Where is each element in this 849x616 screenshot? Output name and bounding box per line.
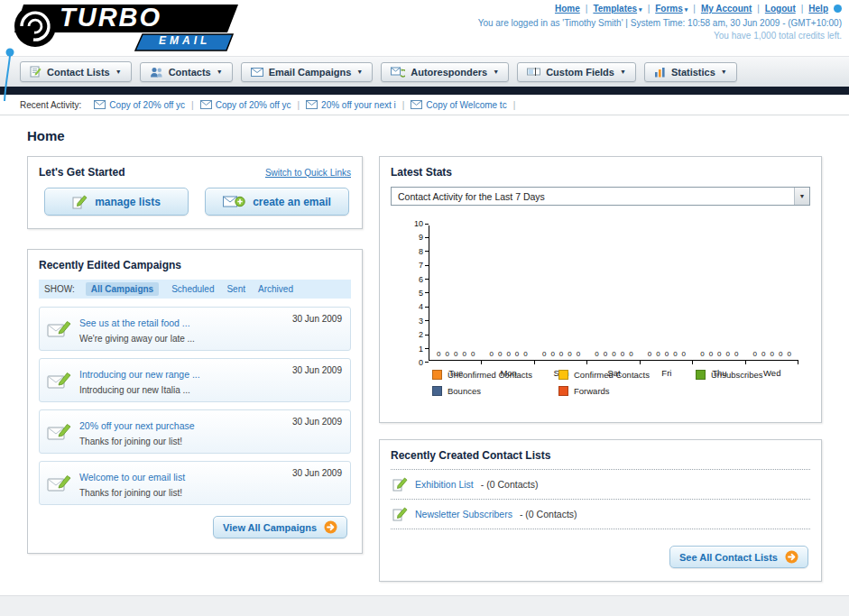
recent-activity-link[interactable]: Copy of 20% off yc (216, 100, 291, 110)
envelope-icon (94, 100, 106, 109)
switch-quick-links-link[interactable]: Switch to Quick Links (265, 168, 351, 178)
y-axis-label: 2 (391, 330, 429, 339)
campaign-row[interactable]: See us at the retail food ...We're givin… (39, 307, 351, 351)
filter-scheduled[interactable]: Scheduled (171, 284, 214, 294)
pencil-icon (392, 507, 408, 521)
contact-list-link[interactable]: Newsletter Subscribers (415, 509, 512, 519)
main-content: Home Let's Get Started Switch to Quick L… (0, 115, 849, 582)
legend-item: Unsubscribes (696, 370, 822, 380)
tab-label: Email Campaigns (269, 67, 352, 78)
nav-link-templates[interactable]: Templates▾ (593, 4, 641, 14)
tab-custom-fields[interactable]: Custom Fields▼ (517, 62, 636, 82)
y-axis-value: 8 (419, 247, 423, 256)
nav-separator: | (648, 4, 651, 14)
contact-list-row[interactable]: Newsletter Subscribers - (0 Contacts) (391, 500, 810, 529)
nav-link-home[interactable]: Home (555, 4, 580, 14)
chart-value-label: 0 (648, 350, 651, 358)
chart-value-label: 0 (506, 350, 510, 358)
y-axis-value: 6 (419, 275, 423, 284)
chart-value-label: 0 (462, 350, 466, 358)
campaign-title-link[interactable]: 20% off your next purchase (79, 420, 195, 431)
activity-separator: | (402, 100, 405, 110)
chart-value-label: 0 (779, 350, 782, 358)
nav-link-forms[interactable]: Forms▾ (655, 4, 688, 14)
create-email-label: create an email (253, 196, 331, 208)
campaign-date: 30 Jun 2009 (292, 365, 342, 375)
y-axis-label: 7 (391, 261, 429, 270)
credits-info: You have 1,000 total credits left. (478, 31, 842, 41)
y-axis-value: 10 (414, 219, 423, 228)
campaign-row[interactable]: Welcome to our email listThanks for join… (39, 461, 351, 505)
campaign-filters: All CampaignsScheduledSentArchived (86, 282, 293, 296)
legend-swatch (558, 370, 568, 380)
campaign-row[interactable]: Introducing our new range ...Introducing… (39, 358, 351, 402)
tab-contacts[interactable]: Contacts▼ (140, 62, 233, 82)
recent-activity-item[interactable]: Copy of Welcome tc (411, 100, 506, 110)
chart-y-axis: 109876543210 (391, 219, 429, 367)
chart-value-label: 0 (612, 350, 615, 358)
filter-all-campaigns[interactable]: All Campaigns (86, 282, 159, 296)
campaign-title-link[interactable]: See us at the retail food ... (79, 317, 190, 328)
campaign-row[interactable]: 20% off your next purchaseThanks for joi… (39, 409, 351, 454)
caret-down-icon: ▼ (493, 69, 499, 75)
y-axis-label: 3 (391, 317, 429, 326)
create-email-button[interactable]: create an email (205, 188, 349, 216)
campaign-subtitle: We're giving away our late ... (79, 334, 195, 344)
chart-value-label: 0 (523, 350, 527, 358)
chart-value-labels: 00000 (693, 350, 745, 358)
y-axis-value: 3 (419, 317, 423, 326)
tab-statistics[interactable]: Statistics▼ (644, 62, 737, 82)
nav-link-my-account[interactable]: My Account (701, 4, 752, 14)
recent-activity-link[interactable]: 20% off your next i (321, 100, 396, 110)
filter-sent[interactable]: Sent (226, 284, 245, 294)
tab-label: Custom Fields (546, 67, 614, 78)
stats-title: Latest Stats (391, 166, 810, 179)
tab-autoresponders[interactable]: Autoresponders▼ (381, 62, 509, 82)
campaign-title-link[interactable]: Welcome to our email list (79, 472, 185, 483)
campaign-title-link[interactable]: Introducing our new range ... (79, 369, 200, 380)
recent-activity-item[interactable]: 20% off your next i (306, 100, 396, 110)
top-nav-links: Home|Templates▾|Forms▾|My Account|Logout… (478, 4, 842, 14)
nav-link-logout[interactable]: Logout (765, 4, 796, 14)
contact-list-rows: Exhibition List - (0 Contacts)Newsletter… (391, 469, 810, 529)
y-axis-value: 7 (419, 261, 423, 270)
recent-contact-lists-panel: Recently Created Contact Lists Exhibitio… (379, 439, 822, 582)
stats-dropdown-value: Contact Activity for the Last 7 Days (398, 191, 545, 202)
chart-value-label: 0 (717, 350, 721, 358)
statistics-icon (654, 67, 666, 78)
chart-value-label: 0 (471, 350, 475, 358)
nav-link-help[interactable]: Help (808, 4, 828, 14)
legend-label: Unsubscribes (711, 370, 763, 380)
campaign-date: 30 Jun 2009 (292, 417, 342, 427)
tab-label: Contacts (169, 67, 211, 78)
contact-lists-icon (30, 66, 42, 78)
chart-value-labels: 00000 (535, 350, 587, 358)
see-all-contact-lists-button[interactable]: See All Contact Lists (669, 546, 808, 568)
envelope-pencil-icon (47, 314, 71, 344)
tab-label: Autoresponders (411, 67, 487, 78)
recent-activity-item[interactable]: Copy of 20% off yc (200, 100, 291, 110)
chart-day-group: 00000Sat (587, 225, 640, 360)
stats-activity-dropdown[interactable]: Contact Activity for the Last 7 Days ▼ (391, 187, 810, 206)
contact-list-count: - (0 Contacts) (481, 479, 539, 490)
campaign-subtitle: Introducing our new Italia ... (79, 385, 200, 395)
recent-activity-link[interactable]: Copy of Welcome tc (426, 100, 506, 110)
y-axis-label: 5 (391, 289, 429, 298)
recent-activity-item[interactable]: Copy of 20% off yc (94, 100, 185, 110)
app-logo[interactable]: TURBO EMAIL (7, 3, 244, 55)
recent-activity-link[interactable]: Copy of 20% off yc (109, 100, 185, 110)
nav-separator: | (586, 4, 588, 14)
caret-down-icon: ▼ (356, 69, 363, 75)
chart-value-label: 0 (498, 350, 502, 358)
contact-list-row[interactable]: Exhibition List - (0 Contacts) (391, 469, 810, 500)
tab-label: Contact Lists (47, 67, 110, 78)
manage-lists-button[interactable]: manage lists (44, 188, 189, 216)
filter-archived[interactable]: Archived (258, 284, 293, 294)
campaign-text: Introducing our new range ...Introducing… (79, 365, 200, 395)
pencil-icon (392, 477, 408, 492)
tab-contact-lists[interactable]: Contact Lists▼ (20, 61, 132, 82)
contact-list-link[interactable]: Exhibition List (415, 479, 474, 490)
chart-value-label: 0 (621, 350, 624, 358)
tab-email-campaigns[interactable]: Email Campaigns▼ (241, 62, 374, 82)
view-all-campaigns-button[interactable]: View All Campaigns (213, 516, 347, 538)
